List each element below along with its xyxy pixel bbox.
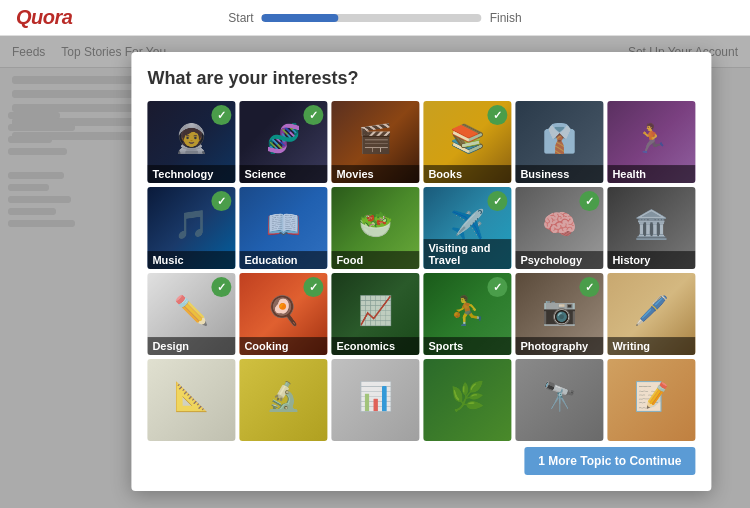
interest-item-movies[interactable]: 🎬Movies [331, 101, 419, 183]
interest-icon-writing: 🖊️ [634, 294, 669, 327]
interest-label-health: Health [607, 165, 695, 183]
interest-icon-row4b: 🔬 [266, 380, 301, 413]
interest-icon-technology: 🧑‍🚀 [174, 122, 209, 155]
interest-icon-business: 👔 [542, 122, 577, 155]
interest-icon-sports: ⛹️ [450, 294, 485, 327]
interest-item-music[interactable]: 🎵✓Music [147, 187, 235, 269]
continue-button[interactable]: 1 More Topic to Continue [524, 447, 695, 475]
interest-label-science: Science [239, 165, 327, 183]
interest-item-health[interactable]: 🏃Health [607, 101, 695, 183]
check-badge-technology: ✓ [211, 105, 231, 125]
interest-item-books[interactable]: 📚✓Books [423, 101, 511, 183]
interest-item-design[interactable]: ✏️✓Design [147, 273, 235, 355]
interest-label-economics: Economics [331, 337, 419, 355]
interest-item-row4a[interactable]: 📐 [147, 359, 235, 441]
quora-logo: Quora [16, 6, 72, 29]
interest-label-design: Design [147, 337, 235, 355]
interest-item-history[interactable]: 🏛️History [607, 187, 695, 269]
interest-item-row4d[interactable]: 🌿 [423, 359, 511, 441]
progress-bar [262, 14, 482, 22]
check-badge-psychology: ✓ [579, 191, 599, 211]
check-badge-travel: ✓ [487, 191, 507, 211]
interest-icon-row4d: 🌿 [450, 380, 485, 413]
interest-label-technology: Technology [147, 165, 235, 183]
interest-icon-row4a: 📐 [174, 380, 209, 413]
interest-icon-photography: 📷 [542, 294, 577, 327]
top-bar: Quora Start Finish [0, 0, 750, 36]
interest-icon-travel: ✈️ [450, 208, 485, 241]
interest-icon-row4e: 🔭 [542, 380, 577, 413]
check-badge-cooking: ✓ [303, 277, 323, 297]
progress-bar-fill [262, 14, 339, 22]
interest-item-economics[interactable]: 📈Economics [331, 273, 419, 355]
interest-item-row4c[interactable]: 📊 [331, 359, 419, 441]
interest-item-writing[interactable]: 🖊️Writing [607, 273, 695, 355]
interest-label-sports: Sports [423, 337, 511, 355]
interest-item-row4f[interactable]: 📝 [607, 359, 695, 441]
interest-item-row4e[interactable]: 🔭 [515, 359, 603, 441]
interest-item-business[interactable]: 👔Business [515, 101, 603, 183]
interest-icon-row4f: 📝 [634, 380, 669, 413]
interest-label-photography: Photography [515, 337, 603, 355]
interest-icon-education: 📖 [266, 208, 301, 241]
progress-start-label: Start [228, 11, 253, 25]
check-badge-photography: ✓ [579, 277, 599, 297]
interest-icon-cooking: 🍳 [266, 294, 301, 327]
interest-label-business: Business [515, 165, 603, 183]
interest-icon-movies: 🎬 [358, 122, 393, 155]
check-badge-books: ✓ [487, 105, 507, 125]
check-badge-sports: ✓ [487, 277, 507, 297]
interest-label-food: Food [331, 251, 419, 269]
interest-icon-economics: 📈 [358, 294, 393, 327]
interest-icon-music: 🎵 [174, 208, 209, 241]
check-badge-music: ✓ [211, 191, 231, 211]
interest-item-row4b[interactable]: 🔬 [239, 359, 327, 441]
interest-item-science[interactable]: 🧬✓Science [239, 101, 327, 183]
check-badge-design: ✓ [211, 277, 231, 297]
interest-icon-science: 🧬 [266, 122, 301, 155]
interest-icon-design: ✏️ [174, 294, 209, 327]
interest-label-writing: Writing [607, 337, 695, 355]
interest-label-education: Education [239, 251, 327, 269]
interest-item-technology[interactable]: 🧑‍🚀✓Technology [147, 101, 235, 183]
interest-icon-health: 🏃 [634, 122, 669, 155]
interest-item-cooking[interactable]: 🍳✓Cooking [239, 273, 327, 355]
interest-label-psychology: Psychology [515, 251, 603, 269]
interest-item-photography[interactable]: 📷✓Photography [515, 273, 603, 355]
check-badge-science: ✓ [303, 105, 323, 125]
interest-icon-books: 📚 [450, 122, 485, 155]
interest-label-travel: Visiting and Travel [423, 239, 511, 269]
interest-label-cooking: Cooking [239, 337, 327, 355]
interest-label-books: Books [423, 165, 511, 183]
modal-title: What are your interests? [147, 68, 695, 89]
interest-item-sports[interactable]: ⛹️✓Sports [423, 273, 511, 355]
interest-label-movies: Movies [331, 165, 419, 183]
interest-label-history: History [607, 251, 695, 269]
progress-container: Start Finish [228, 11, 521, 25]
interest-icon-history: 🏛️ [634, 208, 669, 241]
interest-label-music: Music [147, 251, 235, 269]
progress-finish-label: Finish [490, 11, 522, 25]
modal-footer: 1 More Topic to Continue [147, 447, 695, 475]
interest-item-education[interactable]: 📖Education [239, 187, 327, 269]
interest-icon-food: 🥗 [358, 208, 393, 241]
interests-grid: 🧑‍🚀✓Technology🧬✓Science🎬Movies📚✓Books👔Bu… [147, 101, 695, 441]
interest-icon-row4c: 📊 [358, 380, 393, 413]
interests-modal: What are your interests? 🧑‍🚀✓Technology🧬… [131, 52, 711, 491]
interest-item-psychology[interactable]: 🧠✓Psychology [515, 187, 603, 269]
interest-icon-psychology: 🧠 [542, 208, 577, 241]
interest-item-travel[interactable]: ✈️✓Visiting and Travel [423, 187, 511, 269]
interest-item-food[interactable]: 🥗Food [331, 187, 419, 269]
